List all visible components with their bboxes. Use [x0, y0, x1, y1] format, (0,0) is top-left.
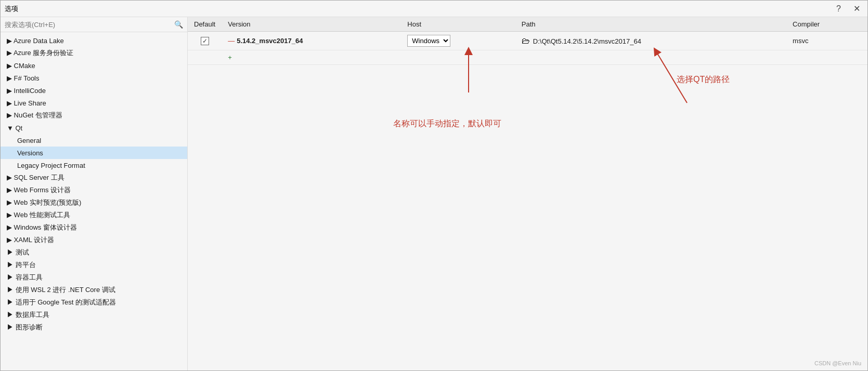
compiler-cell: msvc — [786, 32, 867, 50]
content-area: Default Version Host Path Compiler ✓—5.1… — [188, 17, 867, 370]
col-compiler: Compiler — [786, 17, 867, 32]
annotation-path-text: 选择QT的路径 — [677, 74, 730, 85]
versions-table: Default Version Host Path Compiler ✓—5.1… — [188, 17, 867, 65]
version-dash-icon: — — [228, 37, 235, 45]
sidebar-item-3[interactable]: ▶ F# Tools — [1, 72, 187, 84]
sidebar-item-16[interactable]: ▶ XAML 设计器 — [1, 234, 187, 246]
add-icon: + — [228, 54, 232, 61]
col-path: Path — [515, 17, 786, 32]
sidebar-item-10[interactable]: Legacy Project Format — [1, 159, 187, 171]
title-bar: 选项 ? ✕ — [1, 1, 867, 17]
sidebar-item-20[interactable]: ▶ 使用 WSL 2 进行 .NET Core 调试 — [1, 284, 187, 296]
sidebar-item-21[interactable]: ▶ 适用于 Google Test 的测试适配器 — [1, 296, 187, 309]
sidebar-item-23[interactable]: ▶ 图形诊断 — [1, 321, 187, 334]
sidebar-item-11[interactable]: ▶ SQL Server 工具 — [1, 171, 187, 184]
search-icon: 🔍 — [174, 20, 183, 29]
col-default: Default — [188, 17, 222, 32]
search-input[interactable] — [5, 21, 171, 29]
path-cell: 🗁D:\Qt\Qt5.14.2\5.14.2\msvc2017_64 — [515, 32, 786, 50]
add-version-row: + — [188, 50, 867, 65]
annotation-bottom-text: 名称可以手动指定，默认即可 — [393, 118, 501, 129]
default-cell: ✓ — [188, 32, 222, 50]
path-value: D:\Qt\Qt5.14.2\5.14.2\msvc2017_64 — [533, 37, 641, 45]
col-host: Host — [401, 17, 515, 32]
add-version-cell[interactable]: + — [222, 50, 401, 65]
folder-icon: 🗁 — [522, 36, 530, 45]
search-box: 🔍 — [1, 17, 187, 32]
watermark: CSDN @Even Niu — [814, 360, 861, 366]
host-cell: Windows — [401, 32, 515, 50]
sidebar-item-14[interactable]: ▶ Web 性能测试工具 — [1, 209, 187, 221]
sidebar-item-13[interactable]: ▶ Web 实时预览(预览版) — [1, 196, 187, 209]
sidebar-item-12[interactable]: ▶ Web Forms 设计器 — [1, 184, 187, 196]
sidebar-item-19[interactable]: ▶ 容器工具 — [1, 271, 187, 284]
sidebar-item-6[interactable]: ▶ NuGet 包管理器 — [1, 109, 187, 122]
sidebar-item-9[interactable]: Versions — [1, 147, 187, 159]
tree: ▶ Azure Data Lake▶ Azure 服务身份验证▶ CMake▶ … — [1, 32, 187, 370]
sidebar-item-17[interactable]: ▶ 测试 — [1, 246, 187, 259]
host-select[interactable]: Windows — [407, 35, 450, 47]
dialog-title: 选项 — [5, 4, 18, 14]
sidebar-item-7[interactable]: ▼ Qt — [1, 122, 187, 134]
help-button[interactable]: ? — [833, 3, 844, 15]
sidebar-item-5[interactable]: ▶ Live Share — [1, 97, 187, 109]
options-dialog: 选项 ? ✕ 🔍 ▶ Azure Data Lake▶ Azure 服务身份验证… — [0, 0, 868, 371]
sidebar: 🔍 ▶ Azure Data Lake▶ Azure 服务身份验证▶ CMake… — [1, 17, 188, 370]
table-row: ✓—5.14.2_msvc2017_64Windows🗁D:\Qt\Qt5.14… — [188, 32, 867, 50]
title-controls: ? ✕ — [833, 3, 863, 15]
version-cell: —5.14.2_msvc2017_64 — [222, 32, 401, 50]
version-name: 5.14.2_msvc2017_64 — [237, 37, 303, 45]
dialog-body: 🔍 ▶ Azure Data Lake▶ Azure 服务身份验证▶ CMake… — [1, 17, 867, 370]
sidebar-item-4[interactable]: ▶ IntelliCode — [1, 84, 187, 97]
sidebar-item-0[interactable]: ▶ Azure Data Lake — [1, 34, 187, 47]
default-checkbox[interactable]: ✓ — [201, 37, 209, 45]
sidebar-item-8[interactable]: General — [1, 134, 187, 147]
sidebar-item-1[interactable]: ▶ Azure 服务身份验证 — [1, 47, 187, 59]
sidebar-item-2[interactable]: ▶ CMake — [1, 59, 187, 72]
col-version: Version — [222, 17, 401, 32]
sidebar-item-18[interactable]: ▶ 跨平台 — [1, 259, 187, 271]
sidebar-item-15[interactable]: ▶ Windows 窗体设计器 — [1, 221, 187, 234]
close-button[interactable]: ✕ — [850, 3, 863, 15]
sidebar-item-22[interactable]: ▶ 数据库工具 — [1, 309, 187, 321]
